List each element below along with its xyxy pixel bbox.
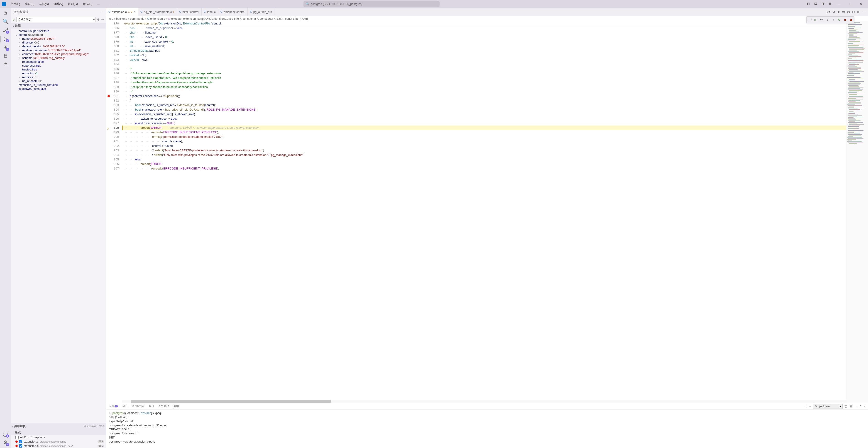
close-icon[interactable]: × xyxy=(134,10,136,13)
watch-row[interactable]: relocatable: false xyxy=(11,60,106,64)
editor-tab[interactable]: Cpltclu.control xyxy=(177,8,202,15)
stop-button[interactable]: ■ xyxy=(842,17,848,23)
watch-row[interactable]: ›default_version: 0x3158818 "1.0" xyxy=(11,44,106,48)
more-icon[interactable]: ⋯ xyxy=(100,10,103,13)
bp-checkbox[interactable] xyxy=(16,436,19,439)
editor-tab[interactable]: Cpg_stat_statements.c6 xyxy=(138,8,177,15)
layout-bottom-icon[interactable]: ⬓ xyxy=(812,0,819,7)
editor-tab[interactable]: Cextension.c1, M× xyxy=(106,8,138,15)
debug-config-select[interactable]: (gdb) 附加 xyxy=(16,17,96,22)
watch-row[interactable]: ›comment: 0x31587f0 "PL/Perl procedural … xyxy=(11,52,106,56)
gear-icon[interactable]: ⚙ xyxy=(832,9,836,14)
watch-row[interactable]: control->superuser: true xyxy=(11,29,106,33)
activity-scm-icon[interactable]: ⎇7 xyxy=(2,27,9,33)
close-icon[interactable]: × xyxy=(863,404,866,408)
layout-right-icon[interactable]: ◨ xyxy=(819,0,826,7)
activity-account-icon[interactable]: ◯1 xyxy=(2,431,9,437)
command-center[interactable]: 🔍 postgres [SSH: 192.168.1.16_postgres] xyxy=(304,1,439,7)
activity-search-icon[interactable]: 🔍 xyxy=(2,19,9,25)
breakpoint-row[interactable]: All C++ Exceptions xyxy=(11,435,106,439)
activity-extensions-icon[interactable]: ⊞4 xyxy=(2,44,9,50)
maximize-button[interactable]: □ xyxy=(845,0,855,8)
panel-tab[interactable]: 端口 xyxy=(149,404,154,409)
menu-item[interactable]: 文件(F) xyxy=(9,1,22,7)
breakpoint-row[interactable]: extension.csrc/backend/commands853 xyxy=(11,439,106,444)
disconnect-button[interactable]: ⏏ xyxy=(848,17,854,23)
layout-customize-icon[interactable]: ▦ xyxy=(827,0,834,7)
callstack-section-header[interactable]: ›调用堆栈 因 breakpoint 已暂停 xyxy=(11,423,106,429)
chevron-down-icon[interactable]: ⌄ xyxy=(808,404,812,408)
activity-remote-icon[interactable]: 🖥 xyxy=(2,53,9,59)
panel-tab[interactable]: GITLENS xyxy=(158,404,169,409)
breadcrumb-item[interactable]: backend xyxy=(116,17,127,21)
terminal-select[interactable]: 3: ./psql (bin) xyxy=(813,404,843,409)
more-icon[interactable]: ⋯ xyxy=(862,9,866,14)
panel-tab[interactable]: 终端 xyxy=(173,404,179,409)
watch-section-header[interactable]: ⌄监视 xyxy=(11,23,106,29)
step-out-button[interactable]: ↑ xyxy=(831,17,836,23)
bp-checkbox[interactable] xyxy=(19,440,22,443)
close-icon[interactable]: ✕ xyxy=(71,444,73,448)
menu-item[interactable]: 选择(S) xyxy=(37,1,51,7)
breakpoints-section-header[interactable]: ⌄断点 xyxy=(11,429,106,435)
breadcrumb-item[interactable]: C extension.c xyxy=(147,17,165,21)
watch-row[interactable]: encoding: -1 xyxy=(11,71,106,75)
watch-row[interactable]: superuser: true xyxy=(11,64,106,68)
breakpoint-row[interactable]: extension.csrc/backend/commands✎✕891 xyxy=(11,444,106,448)
diff-icon[interactable]: ⊟ xyxy=(851,9,856,14)
activity-explorer-icon[interactable]: 🗎 xyxy=(2,10,9,16)
breadcrumb-item[interactable]: commands xyxy=(130,17,145,21)
editor-tab[interactable]: Clabel.c xyxy=(202,8,218,15)
history-icon[interactable]: ◔ xyxy=(846,9,850,14)
menu-item[interactable]: 转到(G) xyxy=(66,1,80,7)
breadcrumb-item[interactable]: src xyxy=(109,17,113,21)
minimap[interactable] xyxy=(846,21,868,403)
terminal[interactable]: ○[postgres@localhost:~/test/bin]$ ./psql… xyxy=(106,410,868,448)
watch-row[interactable]: extension_is_trusted_ret: false xyxy=(11,83,106,87)
watch-row[interactable]: ⌄control: 0x30ab6b8 xyxy=(11,33,106,37)
minimize-button[interactable]: — xyxy=(834,0,844,8)
code-editor[interactable]: execute_extension_script(Oid extensionOi… xyxy=(122,21,846,403)
watch-row[interactable]: ›directory: 0x0 xyxy=(11,41,106,44)
more-icon[interactable]: ⋯ xyxy=(854,404,858,408)
editor-tab[interactable]: Cpg_authid_d.h xyxy=(248,8,274,15)
timeline-icon[interactable]: ⧗ xyxy=(837,9,841,14)
gutter[interactable]: 870876877878879880881882883884885⌄886887… xyxy=(106,21,122,403)
step-into-button[interactable]: ↓ xyxy=(825,17,830,23)
watch-row[interactable]: ›name: 0x30ab878 "plperl" xyxy=(11,37,106,41)
step-over-button[interactable]: ↷ xyxy=(819,17,824,23)
breadcrumb-item[interactable]: ⊕ execute_extension_script(Oid, Extensio… xyxy=(168,17,308,21)
run-dropdown-icon[interactable]: ▷▾ xyxy=(825,9,831,14)
watch-row[interactable]: ›module_pathname: 0x3158828 "$libdir/plp… xyxy=(11,48,106,52)
trash-icon[interactable]: 🗑 xyxy=(849,404,853,408)
watch-row[interactable]: ›schema: 0x3158840 "pg_catalog" xyxy=(11,56,106,60)
panel-tab[interactable]: 调试控制台 xyxy=(131,404,145,409)
split-icon[interactable]: ◫ xyxy=(844,404,847,408)
watch-row[interactable]: ›no_relocate: 0x0 xyxy=(11,79,106,83)
activity-testing-icon[interactable]: ⚗ xyxy=(2,61,9,68)
more-icon[interactable]: ⋯ xyxy=(101,18,104,21)
panel-tab[interactable]: 输出 xyxy=(122,404,128,409)
menu-item[interactable]: 运行(R) xyxy=(81,1,94,7)
nav-back-button[interactable]: ← xyxy=(107,1,114,7)
add-icon[interactable]: + xyxy=(805,404,807,408)
gear-icon[interactable]: ⚙ xyxy=(97,18,100,21)
layout-left-icon[interactable]: ◧ xyxy=(805,0,812,7)
breadcrumb[interactable]: src›backend›commands›C extension.c›⊕ exe… xyxy=(106,16,868,21)
maximize-icon[interactable]: ^ xyxy=(859,404,862,408)
watch-row[interactable]: is_allowed_role: false xyxy=(11,87,106,91)
menu-item[interactable]: 编辑(E) xyxy=(23,1,36,7)
editor-tab[interactable]: Camcheck.control xyxy=(218,8,248,15)
panel-tab[interactable]: 问题7 xyxy=(108,404,118,409)
menu-item[interactable]: 查看(V) xyxy=(52,1,65,7)
nav-forward-button[interactable]: → xyxy=(114,1,120,7)
activity-debug-icon[interactable]: ▷1 xyxy=(2,36,9,42)
bp-checkbox[interactable] xyxy=(19,444,22,448)
split-icon[interactable]: ◫ xyxy=(857,9,861,14)
debug-toolbar[interactable]: ⋮⋮ ▷ ↷ ↓ ↑ ↻ ■ ⏏ xyxy=(806,16,855,23)
edit-icon[interactable]: ✎ xyxy=(68,444,70,448)
drag-handle-icon[interactable]: ⋮⋮ xyxy=(807,17,812,23)
restart-button[interactable]: ↻ xyxy=(836,17,842,23)
activity-settings-icon[interactable]: ⚙1 xyxy=(2,439,9,446)
menu-item[interactable]: … xyxy=(95,1,102,7)
